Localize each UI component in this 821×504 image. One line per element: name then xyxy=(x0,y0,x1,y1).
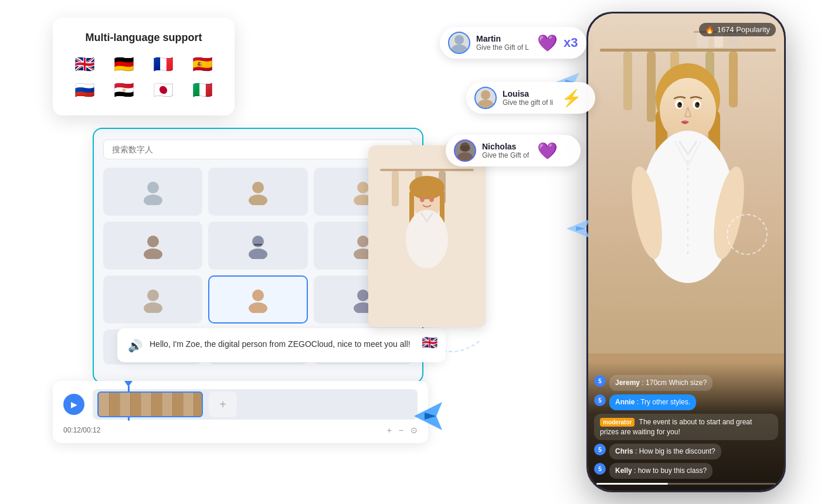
audio-icon: 🔊 xyxy=(128,339,143,353)
timeline-time: 00:12/00:12 xyxy=(63,426,100,434)
chat-message-annie: 5 Annie : Try other styles. xyxy=(594,394,778,410)
multilang-card: Multi-language support 🇬🇧 🇩🇪 🇫🇷 🇪🇸 🇷🇺 🇪🇬… xyxy=(53,18,235,115)
timeline-strip[interactable]: + xyxy=(93,389,418,420)
preview-person xyxy=(368,145,486,327)
paper-plane-timeline xyxy=(410,399,446,434)
svg-point-17 xyxy=(357,290,369,301)
search-input[interactable] xyxy=(103,139,413,159)
chat-avatar-annie: 5 xyxy=(594,394,606,406)
timeline-footer: 00:12/00:12 + − ⊙ xyxy=(63,425,418,435)
svg-rect-24 xyxy=(392,171,399,206)
chat-bubble-annie: Annie : Try other styles. xyxy=(609,394,696,410)
flag-fr: 🇫🇷 xyxy=(151,56,177,73)
svg-point-61 xyxy=(481,90,490,100)
svg-point-10 xyxy=(249,248,267,259)
gift-avatar-nicholas xyxy=(454,139,476,162)
gift-notif-nicholas: Nicholas Give the Gift of 💜 xyxy=(446,135,581,166)
popularity-count: 1674 Popularity xyxy=(717,25,770,34)
dashed-circle-decoration xyxy=(727,214,768,255)
svg-point-59 xyxy=(454,35,464,45)
chat-area: 5 Jeremy : 170cm Which size? 5 Annie : T… xyxy=(588,362,784,491)
timeline-panel: ▶ + 00:12/00:12 + − ⊙ xyxy=(53,381,428,443)
svg-point-16 xyxy=(249,302,267,313)
svg-point-13 xyxy=(147,290,159,301)
svg-rect-64 xyxy=(460,145,470,151)
gift-avatar-louisa xyxy=(474,87,497,109)
avatar-cell-1[interactable] xyxy=(103,168,202,216)
multilang-title: Multi-language support xyxy=(69,32,218,44)
avatar-cell-5[interactable] xyxy=(208,222,307,270)
flag-de: 🇩🇪 xyxy=(111,56,137,73)
gift-multiplier-martin: x3 xyxy=(564,35,578,50)
avatar-cell-2[interactable] xyxy=(208,168,307,216)
gift-action-martin: Give the Gift of L xyxy=(476,43,529,52)
timeline-clip[interactable] xyxy=(97,391,203,417)
paper-plane-bottom xyxy=(564,217,592,240)
chat-message-jeremy: 5 Jeremy : 170cm Which size? xyxy=(594,375,778,391)
svg-point-60 xyxy=(452,45,467,53)
gift-emoji-martin: 💜 xyxy=(537,33,558,53)
svg-rect-35 xyxy=(600,49,776,52)
svg-point-54 xyxy=(697,103,699,105)
svg-point-2 xyxy=(252,182,264,193)
popularity-badge: 🔥 1674 Popularity xyxy=(699,23,776,36)
video-progress-bar[interactable] xyxy=(596,483,776,485)
svg-point-32 xyxy=(429,196,434,202)
speech-area: 🔊 Hello, I'm Zoe, the digital person fro… xyxy=(117,328,446,362)
gift-action-louisa: Give the gift of li xyxy=(503,98,553,107)
gift-emoji-nicholas: 💜 xyxy=(537,141,558,161)
chat-bubble-moderator: moderator The event is about to start an… xyxy=(594,414,778,441)
svg-point-15 xyxy=(252,290,264,301)
chat-bubble-chris: Chris : How big is the discount? xyxy=(609,444,721,459)
gift-emoji-louisa: ⚡ xyxy=(561,88,582,108)
flag-jp: 🇯🇵 xyxy=(151,81,177,99)
chat-avatar-jeremy: 5 xyxy=(594,375,606,387)
flag-en: 🇬🇧 xyxy=(72,56,98,73)
svg-point-65 xyxy=(457,152,473,161)
svg-point-1 xyxy=(144,195,162,205)
svg-point-14 xyxy=(144,302,162,313)
flag-it: 🇮🇹 xyxy=(190,81,216,99)
svg-rect-36 xyxy=(623,52,632,110)
zoom-in-icon[interactable]: + xyxy=(387,425,392,435)
presenter-figure xyxy=(588,13,784,338)
svg-rect-40 xyxy=(729,52,738,107)
svg-point-28 xyxy=(409,176,445,199)
chat-message-kelly: 5 Kelly : how to buy this class? xyxy=(594,463,778,479)
svg-point-7 xyxy=(144,248,162,259)
avatar-cell-7[interactable] xyxy=(103,275,202,323)
flag-eg: 🇪🇬 xyxy=(111,81,137,99)
gift-notif-louisa: Louisa Give the gift of li ⚡ xyxy=(466,82,595,114)
moderator-label: moderator xyxy=(600,418,635,427)
avatar-cell-8-selected[interactable] xyxy=(208,275,307,323)
gift-text-martin: Martin Give the Gift of L xyxy=(476,34,529,52)
svg-point-33 xyxy=(406,210,448,268)
svg-rect-9 xyxy=(254,244,262,246)
play-button[interactable]: ▶ xyxy=(63,394,84,415)
chat-avatar-chris: 5 xyxy=(594,444,606,455)
fire-icon: 🔥 xyxy=(705,25,714,34)
chat-bubble-jeremy: Jeremy : 170cm Which size? xyxy=(609,375,713,391)
svg-rect-23 xyxy=(380,169,474,171)
gift-username-louisa: Louisa xyxy=(503,89,553,98)
chat-avatar-kelly: 5 xyxy=(594,463,606,475)
svg-point-3 xyxy=(249,195,267,205)
zoom-out-icon[interactable]: − xyxy=(399,425,403,435)
svg-point-31 xyxy=(420,196,425,202)
timeline-controls: ▶ + xyxy=(63,389,418,420)
gift-avatar-martin xyxy=(448,32,470,54)
uk-flag-icon: 🇬🇧 xyxy=(422,335,437,350)
flag-grid: 🇬🇧 🇩🇪 🇫🇷 🇪🇸 🇷🇺 🇪🇬 🇯🇵 🇮🇹 xyxy=(69,56,218,99)
svg-point-0 xyxy=(147,182,159,193)
phone-screen: 🔥 1674 Popularity 5 Jeremy : 170cm Which… xyxy=(588,13,784,491)
video-progress-fill xyxy=(596,483,668,485)
gift-text-nicholas: Nicholas Give the Gift of xyxy=(482,142,529,159)
gift-notif-martin: Martin Give the Gift of L 💜 x3 xyxy=(440,27,586,59)
svg-point-53 xyxy=(679,103,681,105)
add-clip-button[interactable]: + xyxy=(209,391,237,417)
gift-action-nicholas: Give the Gift of xyxy=(482,151,529,159)
flag-ru: 🇷🇺 xyxy=(72,81,98,99)
phone-frame: 🔥 1674 Popularity 5 Jeremy : 170cm Which… xyxy=(586,12,786,492)
gift-text-louisa: Louisa Give the gift of li xyxy=(503,89,553,107)
avatar-cell-4[interactable] xyxy=(103,222,202,270)
